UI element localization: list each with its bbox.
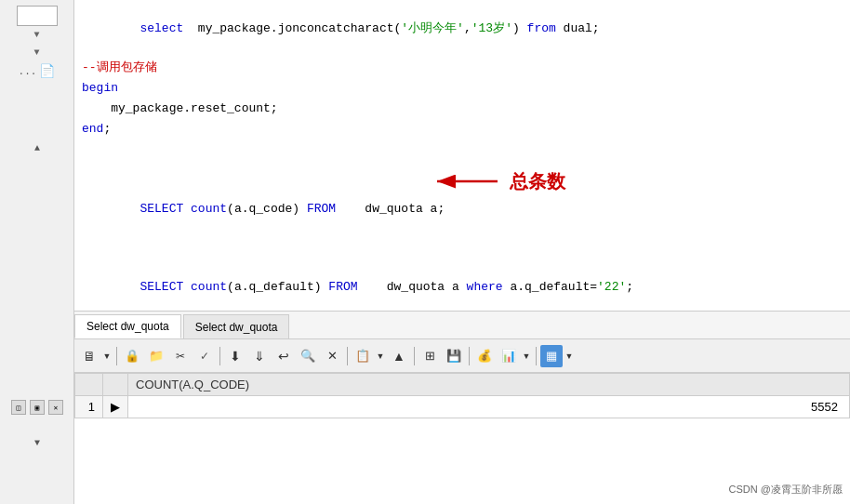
code-line-select2: SELECT count(a.q_default) FROM dw_quota … [74,259,850,312]
toolbar-chart-group: 📊 ▼ [498,345,532,367]
cell-count-value-1: 5552 [128,396,850,418]
toolbar-sep-6 [536,347,537,365]
toolbar-clear-btn[interactable]: ✕ [321,345,343,367]
col-arrow-header [103,374,128,396]
tab-0[interactable]: Select dw_quota [74,314,181,338]
toolbar-down2-btn[interactable]: ⇓ [248,345,271,367]
left-sidebar: ▼ ▼ ... 📄 ▲ ▼ ◫ ▣ ✕ [0,0,74,504]
code-editor[interactable]: select my_package.jonconcatcharact('小明今年… [74,0,850,312]
toolbar-folder-btn[interactable]: 📁 [145,345,167,367]
toolbar-group-1: 🖥 ▼ [78,345,113,367]
tab-0-label: Select dw_quota [86,320,169,333]
toolbar-monitor-btn[interactable]: 🖥 [78,345,100,367]
code-line-1: select my_package.jonconcatcharact('小明今年… [74,0,850,58]
sidebar-page-icon: 📄 [39,63,55,79]
cell-row-num-1: 1 [75,396,103,418]
scroll-down-arrow[interactable]: ▼ [34,439,40,448]
code-line-empty1 [74,139,850,160]
sidebar-bottom: ▼ [0,439,74,448]
sidebar-bottom-buttons: ◫ ▣ ✕ [0,400,74,415]
table-row: 1 ▶ 5552 [75,396,850,418]
toolbar-sep-4 [414,347,415,365]
arrow-icon [428,163,502,200]
sidebar-btn-1[interactable]: ◫ [11,400,26,415]
results-table: COUNT(A.Q_CODE) 1 ▶ 5552 [74,373,850,418]
toolbar-table-group: ▦ ▼ [540,345,575,367]
toolbar-chart-btn[interactable]: 📊 [498,345,520,367]
toolbar-search-btn[interactable]: 🔍 [297,345,319,367]
sidebar-chevron-down[interactable]: ▼ [33,30,39,40]
sidebar-dots: ... [19,66,37,77]
sidebar-chevron-down2[interactable]: ▼ [33,47,39,58]
col-row-num-header [75,374,103,396]
toolbar-check-btn[interactable]: ✓ [193,345,216,367]
toolbar-db-btn[interactable]: 💰 [473,345,496,367]
toolbar-grid-btn[interactable]: ⊞ [418,345,441,367]
toolbar-sep-5 [469,347,470,365]
toolbar-sep-3 [347,347,348,365]
code-line-end: end; [74,119,850,139]
toolbar-save-btn[interactable]: 💾 [443,345,465,367]
tab-1-label: Select dw_quota [195,321,278,334]
sidebar-box [17,6,58,26]
toolbar-copy-dropdown[interactable]: ▼ [375,345,386,367]
col-count-header: COUNT(A.Q_CODE) [128,374,850,396]
sidebar-btn-2[interactable]: ▣ [30,400,45,415]
sidebar-dots-row: ... 📄 [19,63,56,79]
tab-1[interactable]: Select dw_quota [183,314,290,338]
toolbar-down-btn[interactable]: ⬇ [224,345,246,367]
tabs-bar: Select dw_quota Select dw_quota [74,312,850,339]
scroll-up-arrow[interactable]: ▲ [34,144,40,153]
annotation-area: 总条数 [428,163,565,200]
toolbar-refresh-btn[interactable]: ↩ [272,345,295,367]
toolbar-monitor-dropdown[interactable]: ▼ [101,345,113,367]
code-line-begin: begin [74,78,850,99]
toolbar-copy-group: 📋 ▼ [352,345,386,367]
main-content: select my_package.jonconcatcharact('小明今年… [74,0,850,504]
code-line-comment: --调用包存储 [74,58,850,78]
toolbar-lock-btn[interactable]: 🔒 [121,345,143,367]
toolbar-sep-1 [116,347,117,365]
toolbar-table-dropdown[interactable]: ▼ [564,345,575,367]
toolbar-chart-dropdown[interactable]: ▼ [521,345,532,367]
sidebar-btn-3[interactable]: ✕ [48,400,63,415]
toolbar: 🖥 ▼ 🔒 📁 ✂ ✓ ⬇ ⇓ ↩ 🔍 ✕ 📋 ▼ ▲ [74,339,850,373]
toolbar-sep-2 [219,347,220,365]
annotation-label: 总条数 [510,169,565,194]
cell-row-arrow-1: ▶ [103,396,128,418]
watermark: CSDN @凌霄玉阶非所愿 [729,483,843,497]
code-line-empty3 [74,238,850,259]
left-scroll-area: ▲ [0,144,74,153]
toolbar-cut-btn[interactable]: ✂ [169,345,192,367]
toolbar-up-btn[interactable]: ▲ [388,345,410,367]
toolbar-copy-btn[interactable]: 📋 [352,345,374,367]
toolbar-table-btn[interactable]: ▦ [540,345,563,367]
results-header-row: COUNT(A.Q_CODE) [75,374,850,396]
code-line-reset: my_package.reset_count; [74,99,850,119]
